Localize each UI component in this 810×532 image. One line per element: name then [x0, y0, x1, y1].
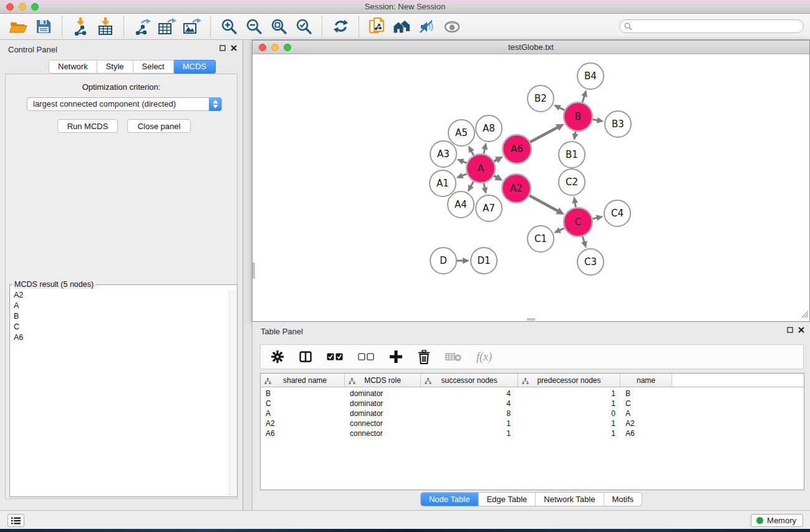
memory-button[interactable]: Memory	[751, 514, 803, 527]
edge-C-C2[interactable]	[575, 203, 576, 208]
tab-edge-table[interactable]: Edge Table	[478, 493, 535, 506]
close-network-window-icon[interactable]	[259, 44, 266, 51]
cell-shared-name[interactable]: A2	[261, 419, 345, 428]
export-network-icon[interactable]	[130, 16, 155, 38]
delete-table-icon[interactable]	[445, 352, 461, 362]
show-column-icon[interactable]	[299, 351, 312, 362]
close-panel-icon[interactable]	[798, 327, 804, 333]
cell-name[interactable]: B	[620, 389, 672, 398]
edge-A2-C[interactable]	[529, 195, 558, 211]
cell-predecessor-nodes[interactable]: 0	[518, 409, 620, 418]
cell-shared-name[interactable]: A6	[261, 429, 345, 438]
edge-B-B4[interactable]	[582, 96, 584, 103]
cell-successor-nodes[interactable]: 1	[421, 419, 518, 428]
zoom-selected-icon[interactable]	[291, 16, 316, 38]
minimize-window-icon[interactable]	[19, 3, 26, 11]
function-builder-icon[interactable]: f(x)	[476, 351, 492, 364]
run-mcds-button[interactable]: Run MCDS	[57, 119, 118, 133]
table-row[interactable]: A dominator 8 0 A	[261, 409, 804, 418]
select-all-checkboxes-icon[interactable]	[327, 353, 343, 360]
network-graph[interactable]: B4B2BB3A8A5A6A3B1AC2A1A2A4A7C4CC1DD1C3	[253, 55, 809, 321]
edge-A6-B[interactable]	[530, 127, 558, 142]
tab-node-table[interactable]: Node Table	[421, 493, 478, 506]
cell-name[interactable]: C	[620, 399, 672, 408]
zoom-network-window-icon[interactable]	[284, 44, 291, 51]
minimize-network-window-icon[interactable]	[271, 44, 279, 51]
cell-predecessor-nodes[interactable]: 1	[518, 399, 620, 408]
close-window-icon[interactable]	[6, 3, 14, 11]
save-session-icon[interactable]	[31, 16, 56, 38]
zoom-out-icon[interactable]	[241, 16, 266, 38]
cell-shared-name[interactable]: C	[261, 399, 345, 408]
tab-network[interactable]: Network	[49, 60, 97, 74]
close-panel-button[interactable]: Close panel	[127, 119, 191, 133]
import-network-icon[interactable]	[68, 16, 93, 38]
tab-network-table[interactable]: Network Table	[535, 493, 603, 506]
add-column-icon[interactable]	[389, 350, 403, 364]
tab-mcds[interactable]: MCDS	[174, 60, 216, 74]
cell-mcds-role[interactable]: connector	[345, 429, 421, 438]
float-panel-icon[interactable]	[219, 45, 226, 51]
cell-shared-name[interactable]: B	[261, 389, 345, 398]
cell-name[interactable]: A	[620, 409, 672, 418]
table-row[interactable]: B dominator 4 1 B	[261, 389, 804, 399]
cell-predecessor-nodes[interactable]: 1	[518, 389, 620, 398]
list-item[interactable]: C	[11, 322, 229, 332]
close-panel-icon[interactable]	[231, 45, 237, 51]
search-field[interactable]	[619, 19, 804, 33]
edge-B-B2[interactable]	[559, 107, 565, 110]
edge-A-A5[interactable]	[471, 151, 474, 155]
cell-successor-nodes[interactable]: 4	[421, 399, 518, 408]
list-item[interactable]: A2	[11, 290, 229, 301]
search-input[interactable]	[632, 21, 803, 32]
edge-C-C3[interactable]	[582, 236, 584, 243]
table-row[interactable]: A6 connector 1 1 A6	[261, 428, 804, 438]
float-panel-icon[interactable]	[787, 327, 793, 333]
edge-C-C4[interactable]	[592, 218, 597, 219]
delete-column-icon[interactable]	[418, 350, 430, 364]
list-item[interactable]: A6	[11, 332, 229, 343]
cell-predecessor-nodes[interactable]: 1	[518, 429, 620, 438]
hide-details-icon[interactable]	[415, 16, 440, 38]
export-table-icon[interactable]	[155, 16, 180, 38]
list-item[interactable]: B	[11, 311, 229, 322]
network-window-titlebar[interactable]: testGlobe.txt	[253, 41, 809, 54]
open-file-icon[interactable]	[6, 16, 31, 38]
scrollbar[interactable]	[229, 290, 236, 496]
cell-successor-nodes[interactable]: 8	[421, 409, 518, 418]
tab-select[interactable]: Select	[133, 60, 174, 74]
criterion-select[interactable]: largest connected component (directed)	[27, 97, 222, 111]
network-canvas[interactable]: B4B2BB3A8A5A6A3B1AC2A1A2A4A7C4CC1DD1C3	[253, 55, 809, 321]
mcds-result-list[interactable]: A2 A B C A6	[11, 290, 229, 496]
task-history-button[interactable]	[7, 514, 24, 527]
refresh-icon[interactable]	[328, 16, 353, 38]
deselect-all-checkboxes-icon[interactable]	[358, 353, 374, 360]
export-image-icon[interactable]	[180, 16, 205, 38]
tab-motifs[interactable]: Motifs	[603, 493, 642, 506]
column-header-mcds-role[interactable]: MCDS role	[345, 374, 421, 387]
tab-style[interactable]: Style	[97, 60, 133, 74]
horizontal-scroll-indicator[interactable]	[527, 318, 535, 321]
table-options-gear-icon[interactable]	[271, 350, 284, 364]
column-header-successor-nodes[interactable]: successor nodes	[421, 374, 518, 387]
table-row[interactable]: C dominator 4 1 C	[261, 399, 804, 409]
edge-C-C1[interactable]	[559, 228, 564, 231]
edge-A-A1[interactable]	[462, 174, 467, 176]
cell-name[interactable]: A2	[620, 419, 672, 428]
edge-A-A3[interactable]	[463, 162, 467, 163]
cell-successor-nodes[interactable]: 4	[421, 389, 518, 398]
table-row[interactable]: A2 connector 1 1 A2	[261, 418, 804, 428]
edge-A-A7[interactable]	[484, 183, 485, 188]
column-header-predecessor-nodes[interactable]: predecessor nodes	[518, 374, 620, 387]
resize-grip-icon[interactable]	[800, 309, 809, 321]
zoom-window-icon[interactable]	[31, 3, 39, 11]
cell-mcds-role[interactable]: dominator	[345, 409, 421, 418]
vertical-scroll-indicator[interactable]	[253, 263, 255, 279]
cell-mcds-role[interactable]: dominator	[345, 389, 421, 398]
show-details-icon[interactable]	[440, 16, 465, 38]
cell-predecessor-nodes[interactable]: 1	[518, 419, 620, 428]
cell-name[interactable]: A6	[620, 429, 672, 438]
edge-B-B3[interactable]	[593, 119, 598, 120]
edge-A-A4[interactable]	[471, 181, 473, 186]
list-item[interactable]: A	[11, 301, 229, 311]
